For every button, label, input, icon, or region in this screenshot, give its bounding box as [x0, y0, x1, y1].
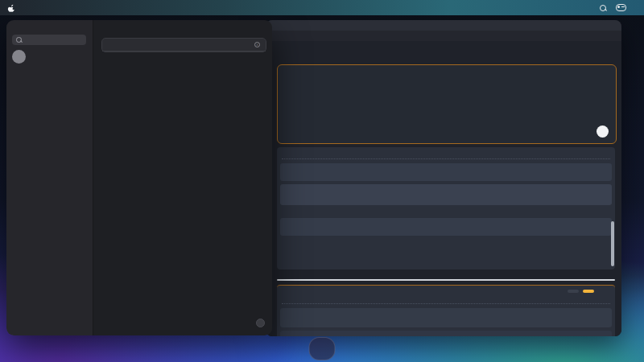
page-panel-support [277, 285, 615, 336]
dock [309, 337, 336, 360]
page-divider [277, 279, 615, 281]
bookmarks-bar [266, 31, 621, 41]
page-panel-main [277, 147, 615, 269]
search-icon [16, 37, 22, 43]
settings-sidebar [6, 20, 93, 335]
apple-logo-icon[interactable] [7, 4, 15, 12]
support-team-badge[interactable] [583, 290, 594, 293]
avatar [12, 50, 26, 64]
settings-content: i [93, 20, 272, 335]
content-row [280, 184, 612, 205]
system-settings-window: i [6, 20, 272, 335]
content-row [280, 308, 612, 327]
content-row [280, 163, 612, 181]
scrollbar-thumb[interactable] [611, 221, 614, 266]
search-input[interactable] [12, 35, 86, 45]
applecare-promo[interactable] [13, 68, 87, 70]
control-center-icon[interactable] [616, 4, 626, 12]
info-icon[interactable]: i [254, 42, 260, 47]
sidebar-item-icon [13, 101, 20, 109]
browser-content [266, 41, 621, 336]
page-hero-card [277, 64, 617, 144]
apple-account-row[interactable] [12, 50, 31, 64]
dock-app[interactable] [314, 340, 331, 357]
author-pill[interactable] [568, 290, 579, 293]
spotlight-search-icon[interactable] [600, 5, 606, 11]
menu-bar [0, 0, 644, 15]
browser-window [266, 20, 621, 336]
content-row [280, 331, 612, 336]
sidebar-item[interactable] [10, 101, 89, 110]
settings-row[interactable]: i [102, 39, 266, 51]
content-row [280, 218, 612, 236]
browser-toolbar [266, 20, 621, 31]
help-button[interactable] [256, 319, 265, 327]
dashed-divider [282, 158, 610, 159]
traffic-light[interactable] [13, 24, 19, 30]
dashed-divider [282, 303, 610, 304]
desktop: i [0, 0, 644, 362]
favorite-heart-icon[interactable] [597, 125, 609, 138]
